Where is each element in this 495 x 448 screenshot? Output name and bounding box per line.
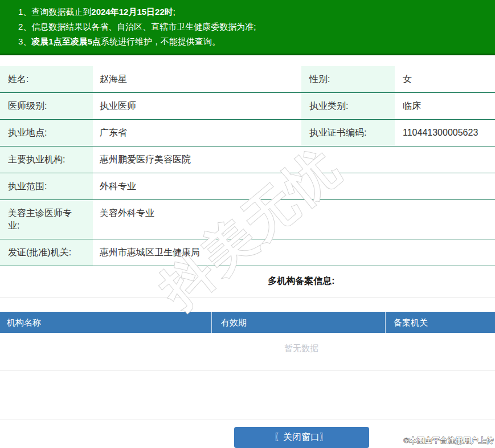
query-result-window: 1、查询数据截止到2024年12月15日22时;2、信息数据结果以各省、自治区、… [0, 0, 495, 448]
notice-line: 3、凌晨1点至凌晨5点系统进行维护，不能提供查询。 [18, 34, 495, 49]
field-value: 赵海星 [93, 66, 301, 92]
org-table-header: 机构名称有效期备案机关 [0, 312, 495, 333]
spacer [0, 371, 495, 420]
field-label: 执业证书编码: [301, 120, 395, 146]
field-label: 执业类别: [301, 93, 395, 119]
spacer [0, 55, 495, 66]
empty-data-text: 暂无数据 [284, 343, 318, 353]
notice-line: 2、信息数据结果以各省、自治区、直辖市卫生健康委数据为准; [18, 19, 495, 34]
copyright-note: ©本图由平台注册用户上传 [403, 435, 494, 446]
field-label: 执业范围: [0, 173, 93, 199]
field-value: 惠州市惠城区卫生健康局 [93, 239, 495, 266]
detail-row: 发证(批准)机关:惠州市惠城区卫生健康局 [0, 239, 495, 266]
field-label: 主要执业机构: [0, 146, 93, 173]
org-header-cell: 机构名称 [0, 312, 212, 333]
field-value: 110441300005623 [395, 120, 495, 146]
multi-org-heading: 多机构备案信息: [268, 276, 334, 286]
detail-row: 主要执业机构:惠州鹏爱医疗美容医院 [0, 146, 495, 173]
detail-row: 美容主诊医师专业:美容外科专业 [0, 200, 495, 239]
notice-bar: 1、查询数据截止到2024年12月15日22时;2、信息数据结果以各省、自治区、… [0, 0, 495, 55]
detail-row: 执业地点:广东省执业证书编码:110441300005623 [0, 120, 495, 146]
field-label: 医师级别: [0, 93, 93, 119]
org-header-cell: 备案机关 [386, 312, 495, 333]
empty-data-row: 暂无数据 [0, 333, 495, 371]
field-label: 姓名: [0, 66, 93, 92]
field-value: 美容外科专业 [93, 200, 495, 239]
field-label: 性别: [301, 66, 395, 92]
notice-line: 1、查询数据截止到2024年12月15日22时; [18, 5, 495, 19]
field-label: 执业地点: [0, 120, 93, 146]
page: 1、查询数据截止到2024年12月15日22时;2、信息数据结果以各省、自治区、… [0, 0, 495, 448]
field-value: 女 [395, 66, 495, 92]
field-value: 外科专业 [93, 173, 495, 199]
field-value: 执业医师 [93, 93, 301, 119]
practitioner-table: 姓名:赵海星性别:女医师级别:执业医师执业类别:临床执业地点:广东省执业证书编码… [0, 66, 495, 266]
detail-row: 执业范围:外科专业 [0, 173, 495, 200]
field-value: 广东省 [93, 120, 301, 146]
multi-org-heading-row: 多机构备案信息: [0, 266, 495, 298]
spacer [0, 298, 495, 312]
field-value: 临床 [395, 93, 495, 119]
field-label: 美容主诊医师专业: [0, 200, 93, 239]
org-header-cell: 有效期 [212, 312, 386, 333]
field-label: 发证(批准)机关: [0, 239, 93, 266]
detail-row: 医师级别:执业医师执业类别:临床 [0, 93, 495, 120]
detail-row: 姓名:赵海星性别:女 [0, 66, 495, 93]
close-window-button[interactable]: 〖关闭窗口〗 [234, 427, 369, 448]
field-value: 惠州鹏爱医疗美容医院 [93, 146, 495, 173]
